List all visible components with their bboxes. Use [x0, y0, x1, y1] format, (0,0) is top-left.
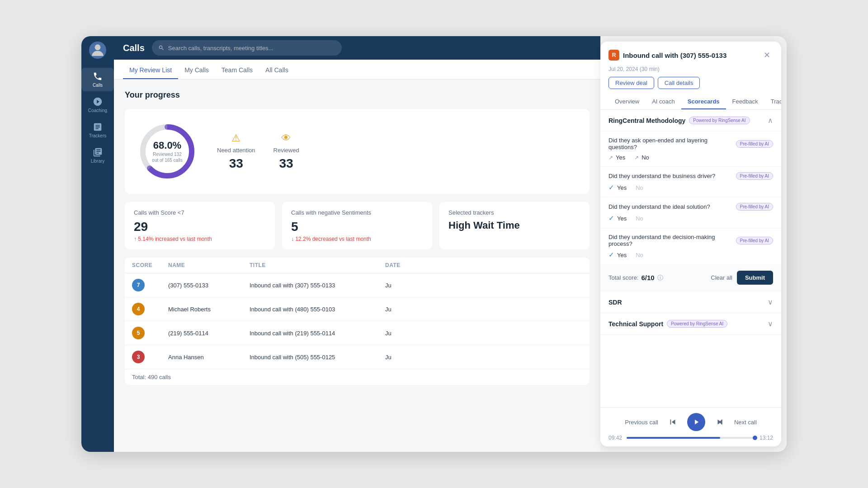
progress-section: 68.0% Reviewed 132 out of 165 calls ⚠ Ne…: [125, 109, 590, 194]
metric-card-trackers: Selected trackers High Wait Time: [439, 202, 590, 249]
progress-bar[interactable]: [627, 437, 755, 439]
call-details-button[interactable]: Call details: [658, 77, 700, 89]
next-call-button[interactable]: Next call: [734, 419, 757, 426]
metric-card-trackers-title: Selected trackers: [448, 209, 580, 216]
answer-yes-1[interactable]: ↗ Yes: [609, 154, 625, 161]
col-date: DATE: [385, 262, 582, 268]
close-button[interactable]: ✕: [760, 49, 773, 61]
tab-my-review-list[interactable]: My Review List: [123, 62, 178, 79]
table-row[interactable]: 7 (307) 555-0133 Inbound call with (307)…: [125, 273, 590, 297]
search-bar[interactable]: Search calls, transcripts, meeting title…: [152, 40, 342, 56]
row-date: Ju: [385, 330, 582, 337]
total-score-row: Total score: 6/10 ⓘ Clear all Submit: [600, 264, 781, 291]
search-placeholder: Search calls, transcripts, meeting title…: [168, 45, 274, 52]
check-icon: ✓: [609, 251, 614, 259]
donut-chart: 68.0% Reviewed 132 out of 165 calls: [136, 120, 199, 183]
scorecard-tech-title: Technical Support Powered by RingSense A…: [609, 320, 727, 328]
audio-player: Previous call Next call 09:42: [600, 407, 781, 446]
table-row[interactable]: 5 (219) 555-0114 Inbound call with (219)…: [125, 321, 590, 345]
check-icon: ✓: [609, 183, 614, 192]
total-score-value: 6/10: [641, 274, 654, 282]
tab-feedback[interactable]: Feedback: [726, 94, 764, 109]
metric-card-score-title: Calls with Score <7: [134, 209, 266, 216]
scorecard-section-title: RingCentral Methodology Powered by RingS…: [609, 117, 750, 124]
metric-cards: Calls with Score <7 29 ↑ 5.14% increased…: [125, 202, 590, 249]
metric-card-sentiment-change: ↓ 12.2% decreased vs last month: [291, 236, 423, 242]
question-text-3: Did they understand the ideal solution?: [609, 203, 732, 210]
col-title: TITLE: [250, 262, 385, 268]
table-total: Total: 490 calls: [125, 369, 590, 385]
answer-no-2[interactable]: No: [636, 184, 643, 191]
metric-card-score: Calls with Score <7 29 ↑ 5.14% increased…: [125, 202, 275, 249]
content: Your progress 68.0% Reviewed 132 out of …: [114, 80, 600, 452]
tab-ai-coach[interactable]: AI coach: [646, 94, 681, 109]
attention-icon: ⚠: [231, 132, 241, 144]
donut-sub: Reviewed 132 out of 165 calls: [151, 151, 183, 163]
sidebar-item-trackers[interactable]: Trackers: [81, 118, 114, 142]
skip-forward-button[interactable]: [712, 415, 727, 429]
play-button[interactable]: [687, 413, 705, 431]
top-nav: Calls Search calls, transcripts, meeting…: [114, 36, 600, 60]
tab-scorecards[interactable]: Scorecards: [681, 94, 726, 109]
answer-yes-2[interactable]: ✓ Yes: [609, 183, 627, 192]
answer-no-4[interactable]: No: [636, 252, 643, 258]
tab-all-calls[interactable]: All Calls: [259, 62, 295, 79]
external-icon: ↗: [609, 155, 613, 161]
answer-no-3[interactable]: No: [636, 215, 643, 222]
metric-card-sentiment-title: Calls with negative Sentiments: [291, 209, 423, 216]
audio-progress: 09:42 13:12: [609, 435, 773, 441]
scorecard-section-header-sdr[interactable]: SDR ∨: [600, 291, 781, 313]
panel-logo-icon: R: [609, 50, 619, 61]
prefilled-badge-2: Pre-filled by AI: [736, 172, 773, 180]
score-badge: 3: [132, 351, 145, 363]
scorecard-section-header-ringcentral[interactable]: RingCentral Methodology Powered by RingS…: [600, 110, 781, 131]
row-date: Ju: [385, 282, 582, 289]
progress-dot: [753, 436, 757, 440]
question-item-3: Did they understand the ideal solution? …: [600, 197, 781, 228]
question-text-4: Did they understand the decision-making …: [609, 234, 732, 247]
current-time: 09:42: [609, 435, 622, 441]
table-row[interactable]: 3 Anna Hansen Inbound call with (505) 55…: [125, 345, 590, 369]
submit-button[interactable]: Submit: [737, 271, 773, 285]
total-time: 13:12: [760, 435, 773, 441]
row-name: (219) 555-0114: [168, 330, 250, 337]
answer-yes-3[interactable]: ✓ Yes: [609, 214, 627, 222]
tab-team-calls[interactable]: Team Calls: [215, 62, 259, 79]
panel-action-buttons: Review deal Call details: [609, 77, 773, 89]
row-title: Inbound call with (219) 555-0114: [250, 330, 385, 337]
prefilled-badge-4: Pre-filled by AI: [736, 237, 773, 244]
panel-tabs: Overview AI coach Scorecards Feedback Tr…: [609, 94, 773, 109]
sidebar-item-coaching[interactable]: Coaching: [81, 93, 114, 117]
progress-bar-fill: [627, 437, 720, 439]
scorecard-section-ringcentral: RingCentral Methodology Powered by RingS…: [600, 110, 781, 291]
score-badge: 7: [132, 279, 145, 291]
panel-header: R Inbound call with (307) 555-0133 ✕ Jul…: [600, 42, 781, 110]
row-name: (307) 555-0133: [168, 282, 250, 289]
answer-no-1[interactable]: ↗ No: [634, 154, 649, 161]
tab-my-calls[interactable]: My Calls: [178, 62, 215, 79]
tab-overview[interactable]: Overview: [609, 94, 646, 109]
previous-call-button[interactable]: Previous call: [625, 419, 658, 426]
row-title: Inbound call with (505) 555-0125: [250, 354, 385, 361]
table-row[interactable]: 4 Michael Roberts Inbound call with (480…: [125, 297, 590, 321]
sidebar-item-calls[interactable]: Calls: [81, 68, 114, 91]
svg-point-0: [95, 44, 101, 50]
answer-yes-4[interactable]: ✓ Yes: [609, 251, 627, 259]
sidebar-item-library[interactable]: Library: [81, 144, 114, 167]
row-date: Ju: [385, 306, 582, 313]
panel-title: R Inbound call with (307) 555-0133: [609, 50, 726, 61]
row-name: Anna Hansen: [168, 354, 250, 361]
scorecard-sdr-title: SDR: [609, 299, 622, 306]
sidebar-item-calls-label: Calls: [93, 83, 103, 88]
skip-back-button[interactable]: [665, 415, 680, 429]
clear-all-button[interactable]: Clear all: [711, 274, 732, 281]
col-score: SCORE: [132, 262, 168, 268]
prefilled-badge-1: Pre-filled by AI: [736, 140, 773, 148]
review-deal-button[interactable]: Review deal: [609, 77, 654, 89]
scorecard-section-tech: Technical Support Powered by RingSense A…: [600, 313, 781, 335]
scorecard-section-header-tech[interactable]: Technical Support Powered by RingSense A…: [600, 313, 781, 334]
tab-trackers[interactable]: Trackers: [764, 94, 781, 109]
panel-date: Jul 20, 2024 (30 min): [609, 66, 773, 72]
score-info-icon[interactable]: ⓘ: [657, 274, 663, 282]
sidebar-item-trackers-label: Trackers: [89, 133, 107, 138]
